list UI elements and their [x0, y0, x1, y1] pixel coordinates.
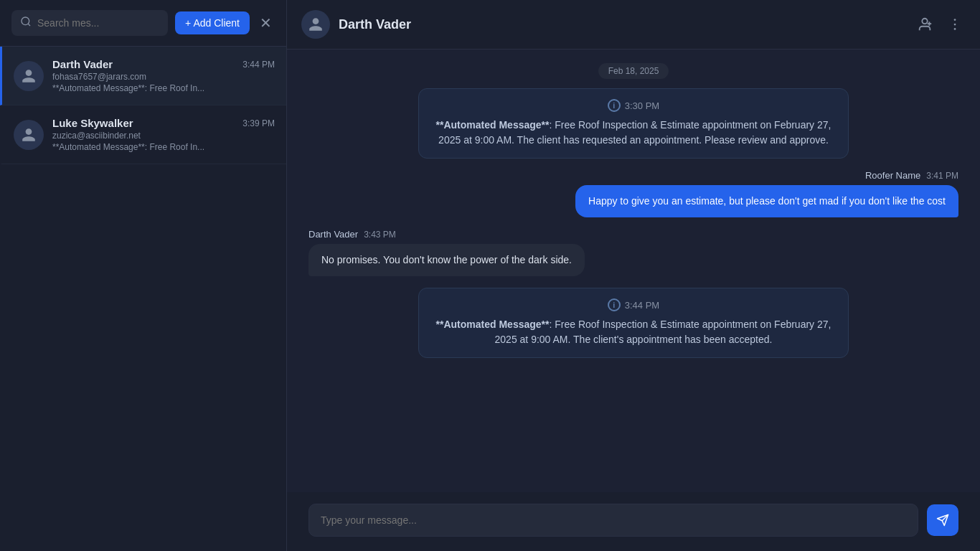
chat-header-name: Darth Vader — [339, 17, 905, 32]
info-icon: i — [608, 99, 621, 112]
roofer-message-bubble: Happy to give you an estimate, but pleas… — [575, 185, 958, 217]
chat-header-avatar — [301, 10, 330, 39]
message-row-darth-vader: Darth Vader 3:43 PM No promises. You don… — [308, 229, 958, 276]
chat-area: Darth Vader Feb 18, 2025 i 3 — [287, 0, 980, 551]
contact-preview: **Automated Message**: Free Roof In... — [52, 83, 275, 93]
contact-preview: **Automated Message**: Free Roof In... — [52, 142, 275, 152]
date-divider: Feb 18, 2025 — [308, 64, 958, 77]
more-options-button[interactable] — [944, 14, 966, 35]
svg-point-5 — [954, 19, 956, 21]
automated-msg2-text: **Automated Message**: Free Roof Inspect… — [433, 317, 834, 347]
contact-item-luke-skywalker[interactable]: Luke Skywalker 3:39 PM zuzica@asciibinde… — [0, 105, 286, 164]
svg-line-1 — [28, 24, 30, 26]
contact-email: fohasa7657@jarars.com — [52, 72, 275, 82]
automated-msg1-text: **Automated Message**: Free Roof Inspect… — [433, 118, 834, 148]
message-row-roofer: Roofer Name 3:41 PM Happy to give you an… — [308, 170, 958, 217]
search-input[interactable] — [37, 17, 159, 29]
chat-header: Darth Vader — [287, 0, 980, 50]
message-input-area — [287, 492, 980, 551]
message-input[interactable] — [308, 504, 918, 537]
automated-message-2: i 3:44 PM **Automated Message**: Free Ro… — [418, 288, 849, 358]
avatar-luke-skywalker — [14, 120, 44, 150]
automated-message-1: i 3:30 PM **Automated Message**: Free Ro… — [418, 88, 849, 159]
add-client-label: + Add Client — [185, 17, 240, 29]
contact-name: Luke Skywalker — [52, 117, 133, 129]
avatar-darth-vader — [14, 61, 44, 91]
sidebar-header: + Add Client ✕ — [0, 0, 286, 47]
contact-time: 3:39 PM — [242, 118, 275, 128]
contact-time: 3:44 PM — [242, 60, 275, 70]
contact-info-luke-skywalker: Luke Skywalker 3:39 PM zuzica@asciibinde… — [52, 117, 275, 152]
svg-point-7 — [954, 28, 956, 30]
contact-info-darth-vader: Darth Vader 3:44 PM fohasa7657@jarars.co… — [52, 58, 275, 93]
add-client-button[interactable]: + Add Client — [175, 11, 250, 34]
search-box[interactable] — [11, 10, 168, 36]
darth-sender-name: Darth Vader — [308, 229, 358, 240]
date-divider-label: Feb 18, 2025 — [598, 63, 669, 79]
automated-msg1-time: 3:30 PM — [625, 100, 659, 111]
add-user-button[interactable] — [914, 14, 936, 35]
roofer-msg-time: 3:41 PM — [926, 171, 958, 181]
contact-name: Darth Vader — [52, 58, 113, 70]
send-button[interactable] — [927, 504, 958, 536]
contact-item-darth-vader[interactable]: Darth Vader 3:44 PM fohasa7657@jarars.co… — [0, 47, 286, 105]
search-icon — [20, 16, 32, 30]
info-icon-2: i — [608, 298, 621, 311]
chat-header-actions — [914, 14, 966, 35]
contact-list: Darth Vader 3:44 PM fohasa7657@jarars.co… — [0, 47, 286, 551]
darth-message-bubble: No promises. You don't know the power of… — [308, 244, 585, 276]
close-button[interactable]: ✕ — [257, 13, 275, 33]
svg-point-6 — [954, 24, 956, 26]
svg-point-2 — [922, 19, 927, 24]
sidebar: + Add Client ✕ Darth Vader 3:44 PM fohas… — [0, 0, 287, 551]
roofer-sender-name: Roofer Name — [865, 170, 920, 181]
svg-point-0 — [22, 17, 29, 25]
automated-msg2-time: 3:44 PM — [625, 300, 659, 311]
contact-email: zuzica@asciibinder.net — [52, 131, 275, 141]
darth-msg-time: 3:43 PM — [364, 230, 396, 240]
messages-area: Feb 18, 2025 i 3:30 PM **Automated Messa… — [287, 50, 980, 492]
